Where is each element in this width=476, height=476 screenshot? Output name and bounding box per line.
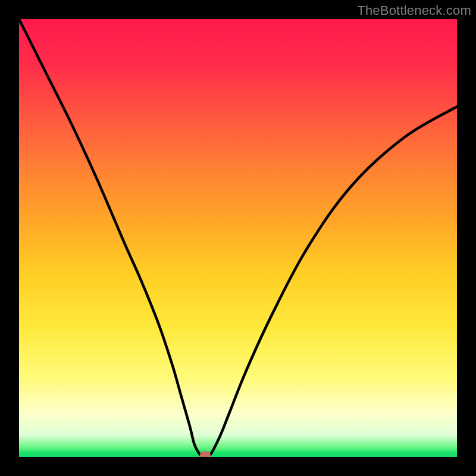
watermark-text: TheBottleneck.com xyxy=(357,3,471,18)
bottleneck-curve xyxy=(19,19,457,457)
optimum-marker xyxy=(200,452,211,458)
chart-frame: TheBottleneck.com xyxy=(0,0,476,476)
curve-path xyxy=(19,19,457,457)
plot-area xyxy=(19,19,457,457)
